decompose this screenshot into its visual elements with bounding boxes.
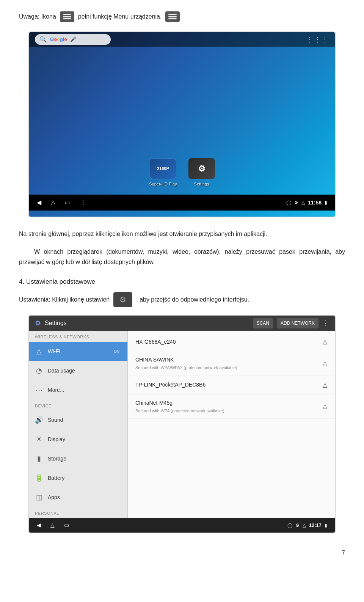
- settings-app[interactable]: ⚙ Settings: [188, 158, 215, 187]
- android-screenshot-1: 🔍 Google 🎤 ⋮⋮⋮ 2160P Super-HD Play ⚙ Set…: [28, 31, 336, 217]
- display-icon: ☀: [35, 434, 43, 445]
- network-4-info: ChinaNet-M45g Secured with WPA (protecte…: [135, 399, 224, 414]
- top-note: Uwaga: Ikona pełni funkcję Menu urządzen…: [19, 11, 345, 22]
- sidebar-item-sound[interactable]: 🔊 Sound: [29, 410, 127, 430]
- network-item-2[interactable]: CHINA SAWINK Secured with WPA/WPA2 (prot…: [128, 351, 335, 376]
- more-label: More...: [48, 386, 64, 394]
- time-display: 11:58: [308, 199, 322, 207]
- settings-screenshot: ⚙ Settings SCAN ADD NETWORK ⋮ WIRELESS &…: [28, 315, 336, 533]
- settings-navbar: ◀ △ ▭ ◯ ⚙ △ 12:17 ▮: [29, 518, 335, 533]
- google-logo: Google: [50, 36, 67, 43]
- network-3-info: TP-LINK_PocketAP_DEC8B6: [135, 381, 206, 389]
- data-usage-icon: ◔: [35, 366, 43, 376]
- top-note-text-before: Uwaga: Ikona: [19, 12, 56, 21]
- recents-button[interactable]: ▭: [65, 198, 71, 207]
- gear-unicode-icon: ⚙: [119, 294, 126, 305]
- page-number: 7: [19, 549, 345, 558]
- super-hd-player-app[interactable]: 2160P Super-HD Play: [149, 158, 177, 187]
- mic-icon: 🎤: [70, 36, 76, 43]
- top-note-text-after: pełni funkcję Menu urządzenia.: [78, 12, 162, 21]
- sidebar-item-more[interactable]: ⋯ More...: [29, 380, 127, 400]
- settings-right-panel: HX-G668A_e240 △ CHINA SAWINK Secured wit…: [128, 331, 335, 518]
- menu-icon: [60, 11, 74, 22]
- settings-home-button[interactable]: △: [50, 521, 55, 529]
- settings-back-button[interactable]: ◀: [37, 521, 41, 529]
- device-label: DEVICE: [29, 400, 127, 411]
- sidebar-item-display[interactable]: ☀ Display: [29, 430, 127, 449]
- add-network-button[interactable]: ADD NETWORK: [277, 318, 318, 329]
- wifi-toggle-on[interactable]: ON: [111, 348, 122, 355]
- settings-intro: Ustawienia: Kliknij ikonę ustawień ⚙ , a…: [19, 292, 345, 307]
- topbar-actions: SCAN ADD NETWORK ⋮: [253, 318, 329, 329]
- sidebar-item-storage[interactable]: ▮ Storage: [29, 449, 127, 468]
- sidebar-item-wifi[interactable]: △ Wi-Fi ON: [29, 342, 127, 361]
- sidebar-item-data-usage[interactable]: ◔ Data usage: [29, 361, 127, 380]
- network-1-name: HX-G668A_e240: [135, 338, 176, 346]
- svg-rect-0: [63, 14, 71, 15]
- settings-wifi-status-icon: △: [303, 522, 306, 529]
- menu-icon-2: [165, 11, 180, 22]
- apps-grid-icon[interactable]: ⋮⋮⋮: [306, 35, 329, 45]
- battery-icon-status: ▮: [325, 199, 327, 206]
- sound-label: Sound: [48, 416, 63, 424]
- settings-title-bar: ⚙ Settings: [35, 318, 67, 329]
- settings-time-display: 12:17: [309, 522, 322, 529]
- settings-battery-status-icon: ▮: [325, 522, 327, 529]
- svg-rect-5: [168, 18, 177, 19]
- status-bar: ◯ ⚙ △ 11:58 ▮: [286, 199, 327, 207]
- paragraph-2: W oknach przeglądarek (dokumentów, muzyk…: [19, 247, 345, 267]
- android-navbar: ◀ △ ▭ ⋮ ◯ ⚙ △ 11:58 ▮: [29, 195, 335, 211]
- settings-icon-status: ⚙: [294, 199, 298, 206]
- settings-gear-status-icon: ⚙: [295, 522, 300, 529]
- network-4-signal: △: [323, 402, 327, 411]
- network-2-signal: △: [323, 359, 327, 368]
- sound-icon: 🔊: [35, 415, 43, 425]
- super-hd-player-label: Super-HD Play: [149, 181, 177, 187]
- apps-label: Apps: [48, 494, 60, 501]
- network-3-signal: △: [323, 380, 327, 390]
- settings-sidebar: WIRELESS & NETWORKS △ Wi-Fi ON ◔ Data us…: [29, 331, 128, 518]
- search-icon: 🔍: [39, 35, 47, 44]
- network-2-desc: Secured with WPA/WPA2 (protected network…: [135, 365, 237, 371]
- svg-rect-3: [168, 14, 177, 15]
- nav-icons: ◀ △ ▭ ⋮: [37, 198, 86, 207]
- section-header: 4. Ustawienia podstawowe: [19, 277, 345, 287]
- topbar-menu-dots[interactable]: ⋮: [322, 318, 329, 329]
- network-2-info: CHINA SAWINK Secured with WPA/WPA2 (prot…: [135, 356, 237, 371]
- storage-icon: ▮: [35, 454, 43, 464]
- network-item-3[interactable]: TP-LINK_PocketAP_DEC8B6 △: [128, 376, 335, 395]
- display-label: Display: [48, 435, 65, 443]
- home-button[interactable]: △: [51, 198, 55, 207]
- settings-recents-button[interactable]: ▭: [64, 521, 69, 529]
- svg-rect-1: [63, 16, 71, 17]
- more-icon: ⋯: [35, 385, 43, 395]
- wifi-label: Wi-Fi: [48, 347, 60, 355]
- storage-label: Storage: [48, 455, 66, 463]
- network-item-1[interactable]: HX-G668A_e240 △: [128, 333, 335, 351]
- battery-icon: 🔋: [35, 473, 43, 483]
- network-4-name: ChinaNet-M45g: [135, 399, 224, 407]
- network-1-signal: △: [323, 337, 327, 346]
- wifi-icon: △: [35, 346, 43, 357]
- google-search-bar[interactable]: 🔍 Google 🎤: [35, 34, 111, 45]
- back-button[interactable]: ◀: [37, 198, 41, 207]
- desktop-icons: 2160P Super-HD Play ⚙ Settings: [149, 158, 215, 187]
- settings-inline-icon: ⚙: [113, 292, 132, 307]
- super-hd-player-icon: 2160P: [150, 158, 176, 179]
- android-topbar: 🔍 Google 🎤 ⋮⋮⋮: [29, 32, 335, 47]
- sidebar-item-battery[interactable]: 🔋 Battery: [29, 468, 127, 488]
- settings-status-bar: ◯ ⚙ △ 12:17 ▮: [287, 522, 327, 529]
- svg-rect-2: [63, 18, 71, 19]
- network-item-4[interactable]: ChinaNet-M45g Secured with WPA (protecte…: [128, 395, 335, 419]
- paragraph-1: Na stronie głównej, poprzez kliknięcie i…: [19, 229, 345, 239]
- settings-title-text: Settings: [45, 319, 67, 328]
- settings-content: WIRELESS & NETWORKS △ Wi-Fi ON ◔ Data us…: [29, 331, 335, 518]
- battery-label: Battery: [48, 474, 64, 482]
- scan-button[interactable]: SCAN: [253, 318, 273, 329]
- sidebar-item-apps[interactable]: ◫ Apps: [29, 488, 127, 507]
- data-usage-label: Data usage: [48, 367, 75, 375]
- wireless-networks-label: WIRELESS & NETWORKS: [29, 331, 127, 342]
- menu-dots[interactable]: ⋮: [80, 198, 86, 207]
- settings-nav-icons: ◀ △ ▭: [37, 521, 69, 529]
- personal-label: PERSONAL: [29, 507, 127, 518]
